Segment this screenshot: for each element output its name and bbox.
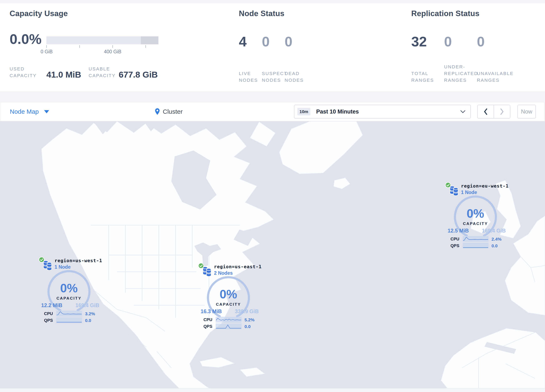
capacity-percent: 0%	[206, 287, 251, 301]
region-marker-us-west-1[interactable]: region=us-west-1 1 Node 0% CAPACITY 12.2…	[39, 257, 101, 324]
cpu-label: CPU	[198, 317, 212, 322]
cluster-summary-bar: Capacity Usage 0.0% 0 GiB 400 GiB USED C…	[0, 3, 545, 92]
capacity-label: CAPACITY	[46, 296, 92, 301]
cpu-value: 5.2%	[244, 317, 254, 322]
time-next-button[interactable]	[494, 105, 510, 118]
usable-capacity-value: 677.8 GiB	[119, 70, 158, 80]
node-map-page: Capacity Usage 0.0% 0 GiB 400 GiB USED C…	[0, 0, 545, 392]
cpu-sparkline	[463, 236, 489, 242]
capacity-percent: 0%	[453, 206, 498, 220]
capacity-label: CAPACITY	[206, 302, 251, 307]
qps-sparkline	[463, 243, 489, 249]
qps-value: 0.0	[85, 318, 91, 323]
capacity-percent: 0%	[46, 281, 92, 295]
time-range-label: Past 10 Minutes	[316, 108, 359, 115]
breadcrumb-label: Cluster	[163, 108, 183, 115]
time-prev-button[interactable]	[478, 105, 494, 118]
qps-label: QPS	[198, 324, 212, 329]
node-map: region=us-west-1 1 Node 0% CAPACITY 12.2…	[0, 121, 545, 388]
cpu-sparkline	[216, 317, 242, 323]
chevron-left-icon	[483, 108, 488, 115]
axis-tick	[112, 45, 113, 48]
region-name: region=us-west-1	[55, 258, 102, 263]
capacity-label: CAPACITY	[453, 221, 498, 226]
capacity-percent: 0.0%	[10, 31, 42, 47]
total-capacity: 338.9 GiB	[235, 308, 259, 314]
unavailable-ranges-value: 0	[477, 34, 517, 49]
dead-nodes-stat: 0 DEAD NODES	[285, 34, 311, 49]
total-capacity: 169.4 GiB	[75, 302, 99, 308]
view-selector-dropdown[interactable]: Node Map	[10, 102, 49, 121]
suspect-nodes-stat: 0 SUSPECT NODES	[262, 34, 288, 49]
live-nodes-stat: 4 LIVE NODES	[239, 34, 265, 49]
capacity-usage-title: Capacity Usage	[10, 9, 68, 18]
total-ranges-value: 32	[411, 34, 440, 49]
total-capacity: 169.4 GiB	[482, 228, 506, 234]
dead-nodes-label: DEAD NODES	[285, 70, 311, 84]
live-nodes-label: LIVE NODES	[239, 70, 265, 84]
map-toolbar: Node Map Cluster 10m Past 10 Minutes	[0, 102, 545, 121]
time-range-badge: 10m	[297, 108, 310, 115]
chevron-down-icon	[460, 110, 465, 113]
region-name: region=eu-west-1	[461, 183, 509, 189]
used-capacity-value: 41.0 MiB	[46, 70, 81, 80]
time-range-select[interactable]: 10m Past 10 Minutes	[294, 105, 471, 118]
qps-sparkline	[56, 317, 82, 323]
region-name: region=us-east-1	[214, 264, 262, 269]
under-replicated-value: 0	[444, 34, 477, 49]
total-ranges-stat: 32 TOTAL RANGES	[411, 34, 440, 49]
cpu-value: 3.2%	[85, 311, 95, 316]
unavailable-ranges-label: UNAVAILABLE RANGES	[477, 70, 517, 84]
cpu-label: CPU	[445, 237, 459, 242]
capacity-bar-other-segment	[141, 36, 158, 44]
capacity-bar	[46, 36, 158, 44]
chevron-right-icon	[500, 108, 504, 115]
suspect-nodes-label: SUSPECT NODES	[262, 70, 288, 84]
live-nodes-value: 4	[239, 34, 265, 49]
suspect-nodes-value: 0	[262, 34, 288, 49]
view-selector-label: Node Map	[10, 108, 39, 115]
used-capacity-label: USED CAPACITY	[10, 66, 45, 79]
region-marker-eu-west-1[interactable]: region=eu-west-1 1 Node 0% CAPACITY 12.5…	[445, 182, 508, 249]
axis-tick	[145, 45, 146, 48]
total-ranges-label: TOTAL RANGES	[411, 70, 440, 84]
replication-status-title: Replication Status	[411, 9, 479, 18]
location-pin-icon	[155, 108, 160, 115]
used-capacity: 16.3 MiB	[201, 308, 222, 314]
qps-label: QPS	[39, 318, 53, 323]
qps-value: 0.0	[244, 324, 251, 329]
now-button[interactable]: Now	[517, 105, 536, 118]
time-pager	[477, 105, 510, 118]
qps-sparkline	[216, 324, 242, 329]
node-status-title: Node Status	[239, 9, 285, 18]
axis-tick	[46, 45, 47, 48]
cpu-sparkline	[56, 311, 82, 317]
dead-nodes-value: 0	[285, 34, 311, 49]
cpu-value: 2.4%	[491, 237, 502, 242]
chevron-down-icon	[44, 110, 49, 113]
under-replicated-stat: 0 UNDER-REPLICATED RANGES	[444, 34, 477, 49]
cpu-label: CPU	[39, 311, 53, 316]
region-marker-us-east-1[interactable]: region=us-east-1 2 Nodes 0% CAPACITY 16.…	[198, 263, 261, 330]
capacity-axis-0: 0 GiB	[32, 49, 61, 55]
capacity-axis-400: 400 GiB	[98, 49, 127, 55]
qps-label: QPS	[445, 243, 459, 248]
used-capacity: 12.2 MiB	[41, 302, 62, 308]
world-map	[0, 121, 545, 388]
used-capacity: 12.5 MiB	[448, 228, 469, 234]
breadcrumb[interactable]: Cluster	[155, 102, 183, 121]
qps-value: 0.0	[491, 243, 498, 248]
under-replicated-label: UNDER-REPLICATED RANGES	[444, 63, 477, 84]
map-footer-strip	[0, 388, 545, 392]
axis-tick	[79, 45, 80, 48]
unavailable-ranges-stat: 0 UNAVAILABLE RANGES	[477, 34, 517, 49]
